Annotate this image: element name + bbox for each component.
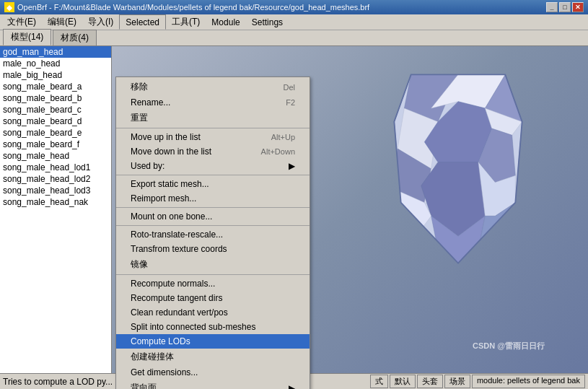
dropdown-used-by[interactable]: Used by: ▶: [116, 159, 310, 173]
menu-selected[interactable]: Selected: [119, 14, 166, 30]
list-item[interactable]: male_no_head: [0, 58, 111, 69]
dropdown-back-face[interactable]: 背向面 ▶: [116, 380, 310, 389]
separator: [116, 175, 310, 175]
dropdown-reimport[interactable]: Reimport mesh...: [116, 191, 310, 206]
dropdown-compute-lods[interactable]: Compute LODs: [116, 334, 310, 349]
status-btn-module[interactable]: module: pellets of legend bak: [472, 375, 585, 388]
menu-module[interactable]: Module: [206, 14, 245, 30]
status-btn-default[interactable]: 默认: [390, 375, 416, 388]
list-item[interactable]: song_male_head_nak: [0, 196, 111, 208]
status-btn-style[interactable]: 式: [370, 375, 388, 388]
tab-material[interactable]: 材质(4): [53, 30, 97, 45]
dropdown-export-static[interactable]: Export static mesh...: [116, 177, 310, 191]
dropdown-create-collision[interactable]: 创建碰撞体: [116, 349, 310, 365]
dropdown-move-up[interactable]: Move up in the list Alt+Up: [116, 130, 310, 144]
left-panel: god_man_head male_no_head male_big_head …: [0, 46, 112, 373]
dropdown-mount-bone[interactable]: Mount on one bone...: [116, 209, 310, 224]
menu-settings[interactable]: Settings: [246, 14, 289, 30]
list-item[interactable]: song_male_beard_a: [0, 81, 111, 92]
status-btn-head[interactable]: 头套: [417, 375, 443, 388]
status-btn-scene[interactable]: 场景: [444, 375, 470, 388]
dropdown-mirror[interactable]: 镜像: [116, 256, 310, 273]
main-area: god_man_head male_no_head male_big_head …: [0, 46, 588, 373]
dropdown-transfrom[interactable]: Transfrom texture coords: [116, 242, 310, 256]
title-bar-controls[interactable]: _ □ ✕: [546, 2, 584, 12]
tab-model[interactable]: 模型(14): [3, 29, 51, 45]
list-item[interactable]: song_male_head_lod1: [0, 162, 111, 173]
dropdown-rename[interactable]: Rename... F2: [116, 95, 310, 110]
list-item[interactable]: song_male_beard_b: [0, 92, 111, 104]
dropdown-remove[interactable]: 移除 Del: [116, 79, 310, 95]
list-item[interactable]: song_male_head_lod3: [0, 185, 111, 196]
list-item[interactable]: song_male_beard_f: [0, 139, 111, 150]
dropdown-reset[interactable]: 重置: [116, 110, 310, 126]
maximize-button[interactable]: □: [559, 2, 571, 12]
list-item[interactable]: male_big_head: [0, 69, 111, 81]
dropdown-move-down[interactable]: Move down in the list Alt+Down: [116, 144, 310, 159]
separator: [116, 274, 310, 275]
menu-edit[interactable]: 编辑(E): [42, 14, 82, 30]
dropdown-clean-redundant[interactable]: Clean redundant vert/pos: [116, 305, 310, 320]
menu-bar: 文件(E) 编辑(E) 导入(I) Selected 工具(T) Module …: [0, 14, 588, 30]
list-item[interactable]: song_male_beard_d: [0, 115, 111, 127]
dropdown-split-connected[interactable]: Split into connected sub-meshes: [116, 320, 310, 334]
list-item[interactable]: song_male_beard_c: [0, 104, 111, 115]
title-text: OpenBrf - F:/Mount&Blade Warband/Modules…: [17, 3, 369, 12]
dropdown-menu: 移除 Del Rename... F2 重置 Move up in the li…: [115, 77, 310, 389]
close-button[interactable]: ✕: [572, 2, 584, 12]
menu-import[interactable]: 导入(I): [82, 14, 119, 30]
3d-mesh: [386, 68, 530, 270]
separator: [116, 207, 310, 208]
dropdown-roto[interactable]: Roto-translate-rescale...: [116, 227, 310, 242]
list-item[interactable]: god_man_head: [0, 46, 111, 58]
title-bar: ◆ OpenBrf - F:/Mount&Blade Warband/Modul…: [0, 0, 588, 14]
watermark: CSDN @雷雨日日行: [473, 341, 545, 351]
separator: [116, 225, 310, 226]
separator: [116, 128, 310, 128]
minimize-button[interactable]: _: [546, 2, 558, 12]
tab-bar: 模型(14) 材质(4): [0, 30, 588, 46]
dropdown-recompute-tangent[interactable]: Recompute tangent dirs: [116, 291, 310, 305]
dropdown-recompute-normals[interactable]: Recompute normals...: [116, 276, 310, 291]
list-item[interactable]: song_male_head: [0, 150, 111, 162]
list-item[interactable]: song_male_head_lod2: [0, 173, 111, 185]
status-buttons: 式 默认 头套 场景 module: pellets of legend bak: [370, 375, 585, 388]
title-bar-left: ◆ OpenBrf - F:/Mount&Blade Warband/Modul…: [4, 2, 369, 12]
app-icon: ◆: [4, 2, 14, 12]
menu-tools[interactable]: 工具(T): [166, 14, 206, 30]
dropdown-get-dimensions[interactable]: Get dimensions...: [116, 365, 310, 380]
menu-file[interactable]: 文件(E): [1, 14, 42, 30]
list-item[interactable]: song_male_beard_e: [0, 127, 111, 139]
